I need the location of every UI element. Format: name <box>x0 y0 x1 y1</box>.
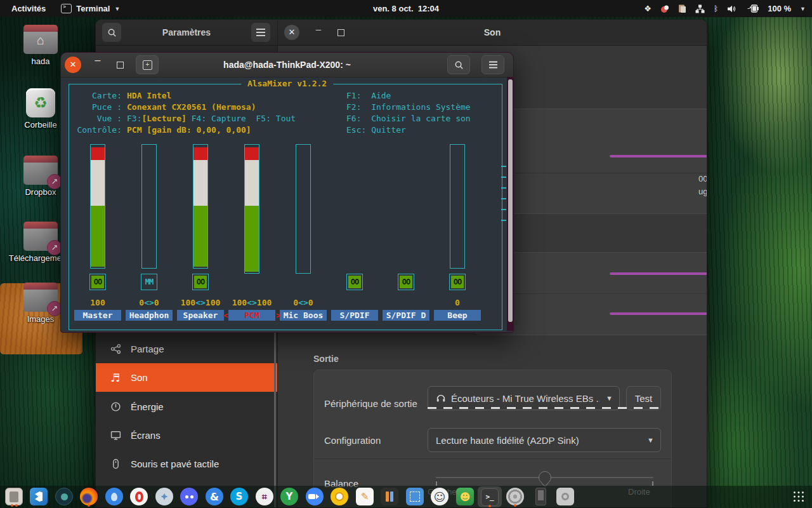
vscode-icon <box>30 488 48 505</box>
dock-item-media-app[interactable]: ☻ <box>454 486 476 507</box>
sound-icon: ♬ <box>110 371 122 384</box>
dock-item-vscode[interactable] <box>28 486 49 507</box>
settings-header-left: Paramètres <box>96 20 278 45</box>
dock-item-terminal[interactable]: >_ <box>478 486 502 507</box>
chevron-down-icon: ▼ <box>647 436 654 444</box>
terminal-search-button[interactable] <box>447 55 470 74</box>
system-menu-chevron-icon[interactable]: ▼ <box>800 6 806 12</box>
channel-label-headphone[interactable]: Headphon <box>126 310 173 321</box>
sidebar-item-son[interactable]: ♬ Son <box>96 363 277 392</box>
terminal-icon: >_ <box>481 488 499 506</box>
sidebar-scrollbar[interactable] <box>274 325 276 508</box>
dock-item-clock-app[interactable] <box>329 486 350 507</box>
mute-switch-master[interactable]: OO <box>89 274 106 290</box>
configuration-dropdown[interactable]: Lecture haute fidélité (A2DP Sink) ▼ <box>428 428 661 452</box>
dock-item-zoom[interactable] <box>304 486 325 507</box>
level-slider-2[interactable] <box>610 312 707 315</box>
show-applications-button[interactable] <box>788 486 809 507</box>
mute-switch-spdif[interactable]: OO <box>346 274 363 290</box>
focused-app-menu[interactable]: Terminal ▼ <box>61 4 120 13</box>
sidebar-item-label: Écrans <box>131 430 160 441</box>
files-icon <box>5 488 23 505</box>
bluetooth-icon[interactable]: ᛒ <box>714 5 718 13</box>
mute-switch-spdif-d[interactable]: OO <box>398 274 414 290</box>
channel-label-spdif[interactable]: S/PDIF <box>331 310 378 321</box>
sidebar-item-label: Énergie <box>131 401 164 412</box>
clipboard-tray-icon[interactable] <box>678 4 686 13</box>
trash-icon: ♻ <box>26 88 55 117</box>
dock-item-firefox[interactable] <box>78 486 100 507</box>
channel-label-beep[interactable]: Beep <box>434 310 481 321</box>
network-tray-icon[interactable] <box>695 4 705 13</box>
tweaks-icon <box>55 488 73 505</box>
settings-header[interactable]: Paramètres ✕ – Son <box>96 20 707 46</box>
top-bar: Activités Terminal ▼ ven. 8 oct. 12:04 ❖… <box>0 0 812 17</box>
clock[interactable]: ven. 8 oct. 12:04 <box>373 4 439 13</box>
volume-bar-pcm[interactable] <box>244 144 259 274</box>
system-volume-slider[interactable] <box>610 155 707 157</box>
phone-app-icon <box>535 488 546 505</box>
skype-icon: S <box>230 488 248 505</box>
mute-switch-beep[interactable]: OO <box>449 274 466 290</box>
dock-item-sound-recorder[interactable] <box>504 486 526 507</box>
dock-item-discord[interactable] <box>178 486 200 507</box>
alsamixer-title: AlsaMixer v1.2.2 <box>241 79 333 88</box>
link-folder-icon: ↗ <box>23 286 58 312</box>
dock-item-screenshot[interactable] <box>404 486 426 507</box>
dock-item-opera[interactable] <box>128 486 150 507</box>
sidebar-item-partage[interactable]: Partage <box>96 335 277 363</box>
sidebar-item-energie[interactable]: Énergie <box>96 392 277 421</box>
dock-item-smiley[interactable]: ☺ <box>429 486 450 507</box>
dock-item-text-editor[interactable]: ✎ <box>354 486 376 507</box>
channel-label-master[interactable]: Master <box>74 310 121 321</box>
sidebar-item-ecrans[interactable]: Écrans <box>96 421 277 450</box>
display-icon <box>110 430 122 441</box>
channel-label-speaker[interactable]: Speaker <box>177 310 224 321</box>
activities-button[interactable]: Activités <box>8 4 49 13</box>
power-icon <box>110 401 122 412</box>
firefox-icon <box>80 488 98 505</box>
output-section-title: Sortie <box>313 354 339 364</box>
battery-icon[interactable] <box>746 4 759 13</box>
share-icon <box>110 344 122 354</box>
dock-item-green-y[interactable]: Y <box>278 486 300 507</box>
terminal-scrollbar[interactable] <box>507 77 513 331</box>
volume-bar-headphone[interactable] <box>141 144 157 269</box>
dock-item-tweaks[interactable] <box>53 486 75 507</box>
volume-bar-micboost[interactable] <box>296 144 311 274</box>
mute-switch-speaker[interactable]: OO <box>192 274 209 290</box>
volume-bar-master[interactable] <box>90 144 105 269</box>
dock-item-speaker-app[interactable] <box>554 486 576 507</box>
dock-item-files[interactable] <box>3 486 25 507</box>
sound-recorder-icon <box>506 488 524 505</box>
channel-label-micboost[interactable]: Mic Boos <box>280 310 327 321</box>
overamplification-text: 00 %. Cela peut entraîner ugmenter les p… <box>698 173 707 198</box>
balance-handle[interactable] <box>539 471 551 484</box>
terminal-menu-button[interactable] <box>481 55 504 74</box>
settings-menu-button[interactable] <box>251 23 270 42</box>
channel-label-pcm-selected[interactable]: PCM <box>228 310 275 321</box>
dock-item-ampersand-app[interactable]: & <box>204 486 225 507</box>
home-folder-icon: ⌂ <box>23 29 58 54</box>
red-tray-icon[interactable] <box>660 4 669 13</box>
selection-prev-arrow: < <box>223 310 228 321</box>
sidebar-item-souris[interactable]: Souris et pavé tactile <box>96 450 277 478</box>
channel-label-spdif-d[interactable]: S/PDIF D <box>383 310 429 321</box>
dock-item-phone-app[interactable] <box>530 486 551 507</box>
dock-item-slack[interactable]: ⌗ <box>254 486 275 507</box>
level-slider-1[interactable] <box>610 272 707 275</box>
volume-icon[interactable] <box>727 4 737 13</box>
mute-switch-headphone[interactable]: MM <box>141 274 157 290</box>
dropbox-tray-icon[interactable]: ❖ <box>644 4 652 13</box>
balance-slider[interactable] <box>436 477 653 478</box>
dock-item-skype[interactable]: S <box>228 486 250 507</box>
terminal-titlebar[interactable]: ✕ – + hada@hada-ThinkPad-X200: ~ <box>61 53 513 77</box>
terminal-title: hada@hada-ThinkPad-X200: ~ <box>61 53 513 77</box>
scrollbar-thumb[interactable] <box>508 79 513 322</box>
volume-bar-beep[interactable] <box>450 144 465 269</box>
dock-item-blue-app[interactable] <box>103 486 125 507</box>
volume-bar-speaker[interactable] <box>193 144 208 269</box>
dock-item-web-browser[interactable] <box>154 486 175 507</box>
alsamixer: AlsaMixer v1.2.2 Carte:HDA Intel Puce :C… <box>61 77 513 331</box>
dock-item-panel-app[interactable] <box>379 486 400 507</box>
